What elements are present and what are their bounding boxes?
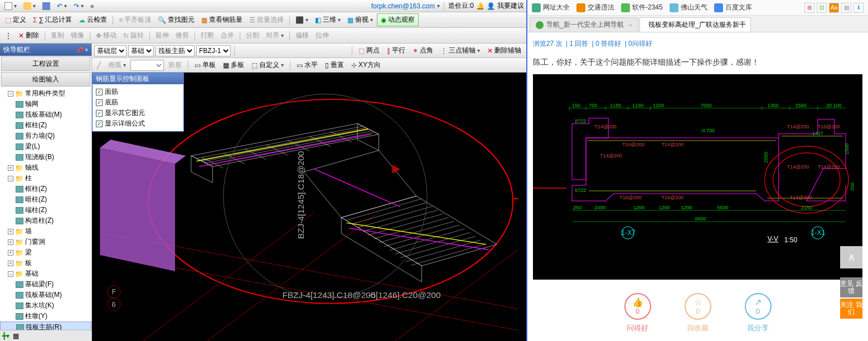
tree-item[interactable]: 筏板主筋(R) <box>0 321 91 330</box>
redo-button[interactable]: ↷▾ <box>71 2 86 11</box>
expand-icon[interactable]: − <box>8 176 13 181</box>
action-问得好[interactable]: 👍0问得好 <box>624 293 651 333</box>
line-button[interactable]: ╱ <box>94 60 104 70</box>
tree-item[interactable]: 筏板基础(M) <box>0 290 91 300</box>
checkbox-icon[interactable]: ✓ <box>96 121 103 127</box>
tree-item[interactable]: 框柱(Z) <box>0 120 91 131</box>
ext-icon[interactable]: ⬇ <box>854 3 864 13</box>
category-select[interactable]: 基础 <box>128 45 154 56</box>
scroll-top-button[interactable]: ∧ <box>840 246 862 268</box>
nav-section-draw[interactable]: 绘图输入 <box>1 72 90 87</box>
flat-top-button[interactable]: ≡平齐板顶 <box>116 14 154 26</box>
tree-item[interactable]: 集水坑(K) <box>0 300 91 311</box>
tree-item[interactable]: 筏板基础(M) <box>0 109 91 120</box>
save-button[interactable] <box>40 2 52 11</box>
xy-button[interactable]: ⊹ XY方向 <box>348 59 384 71</box>
tree-folder[interactable]: +📁板 <box>0 258 91 268</box>
merge-button[interactable]: 合并 <box>218 30 237 41</box>
tree-folder[interactable]: −📁基础 <box>0 268 91 279</box>
action-circle[interactable]: 👍0 <box>624 293 651 320</box>
pin-icon[interactable]: 📌 <box>76 47 83 53</box>
expand-icon[interactable]: + <box>8 250 13 256</box>
tree-item[interactable]: 框柱(Z) <box>0 184 91 194</box>
define-button[interactable]: ⬚定义 <box>2 14 29 26</box>
custom-button[interactable]: ⬚ 自定义▾ <box>249 59 287 71</box>
expand-icon[interactable]: − <box>8 271 13 277</box>
side-button[interactable]: 意见 反馈 <box>840 277 862 297</box>
expand-icon[interactable]: + <box>8 165 13 171</box>
ext-icon[interactable]: ⊡ <box>817 3 827 13</box>
tree-folder[interactable]: +📁墙 <box>0 226 91 237</box>
checkbox-row[interactable]: ✓显示详细公式 <box>96 118 180 129</box>
multi-board-button[interactable]: ▦ 多板 <box>220 59 247 71</box>
tree-item[interactable]: 暗柱(Z) <box>0 194 91 205</box>
mirror-button[interactable]: 镜像 <box>68 30 87 41</box>
component-tree[interactable]: −📁常用构件类型轴网筏板基础(M)框柱(Z)剪力墙(Q)梁(L)现浇板(B)+📁… <box>0 87 91 330</box>
close-icon[interactable]: × <box>85 47 88 53</box>
action-circle[interactable]: ☆0 <box>685 293 711 320</box>
find-elem-button[interactable]: 🔍查找图元 <box>155 14 197 26</box>
grid-icon[interactable]: ▦ <box>13 332 19 340</box>
ext-icon[interactable]: ⊞ <box>804 3 814 13</box>
suggest-link[interactable]: 我要建议 <box>497 1 524 11</box>
dynamic-view-button[interactable]: ◉动态观察 <box>377 13 419 26</box>
3d-viewport[interactable]: 钢筋显示控制面板 ✓面筋✓底筋✓显示其它图元✓显示详细公式 <box>92 73 526 341</box>
batch-select-button[interactable]: ☰批量选择 <box>246 14 287 26</box>
extend-button[interactable]: 延伸 <box>153 30 172 41</box>
3d-button[interactable]: ◧三维▾ <box>312 14 343 26</box>
bookmark-item[interactable]: 网址大全 <box>532 3 570 12</box>
three-aux-button[interactable]: ⋮三点辅轴▾ <box>438 45 483 56</box>
expand-icon[interactable]: − <box>8 91 13 97</box>
side-button[interactable]: 关注 我们 <box>840 299 862 319</box>
rotate-button[interactable]: ↻ 旋转 <box>120 30 147 41</box>
break-button[interactable]: 打断 <box>198 30 217 41</box>
tree-item[interactable]: 剪力墙(Q) <box>0 131 91 141</box>
nav-section-settings[interactable]: 工程设置 <box>1 56 90 71</box>
bookmark-item[interactable]: 软件-2345 <box>621 3 663 12</box>
split-button[interactable]: 分割 <box>243 30 262 41</box>
tree-item[interactable]: 基础梁(F) <box>0 279 91 290</box>
tree-item[interactable]: 现浇板(B) <box>0 152 91 162</box>
tree-folder[interactable]: +📁梁 <box>0 247 91 258</box>
tree-item[interactable]: 梁(L) <box>0 141 91 152</box>
rebar-display-panel[interactable]: 钢筋显示控制面板 ✓面筋✓底筋✓显示其它图元✓显示详细公式 <box>92 73 184 132</box>
checkbox-icon[interactable]: ✓ <box>96 89 103 95</box>
cloud-check-button[interactable]: ☁云检查 <box>76 14 110 26</box>
copy-button[interactable]: 复制 <box>48 30 67 41</box>
tree-folder[interactable]: +📁轴线 <box>0 162 91 173</box>
horiz-button[interactable]: ▭ 水平 <box>294 59 321 71</box>
ext-icon[interactable]: ▤ <box>841 3 851 13</box>
two-point-button[interactable]: ⬚两点 <box>356 45 382 56</box>
expand-icon[interactable]: + <box>8 239 13 245</box>
bell-icon[interactable]: 🔔 <box>476 2 484 10</box>
vert-button[interactable]: ▯ 垂直 <box>322 59 347 71</box>
bookmark-item[interactable]: 交通违法 <box>576 3 614 12</box>
undo-button[interactable]: ↶▾ <box>55 2 69 11</box>
handle-icon[interactable]: ⋮ <box>2 31 14 41</box>
point-angle-button[interactable]: ✶点角 <box>410 45 436 56</box>
single-board-button[interactable]: ▭ 单板 <box>192 59 219 71</box>
browser-tab[interactable]: 筏板变标高处理_广联达服务新干× <box>639 17 751 32</box>
checkbox-icon[interactable]: ✓ <box>96 110 103 117</box>
tree-item[interactable]: 构造柱(Z) <box>0 215 91 226</box>
expand-icon[interactable]: + <box>8 261 13 266</box>
stretch-button[interactable]: 拉伸 <box>313 30 332 41</box>
open-button[interactable]: ▾ <box>21 2 38 11</box>
layer-select[interactable]: 基础层 <box>94 45 127 56</box>
tree-item[interactable]: 端柱(Z) <box>0 205 91 215</box>
align-button[interactable]: 对齐▾ <box>263 30 287 41</box>
tree-folder[interactable]: −📁常用构件类型 <box>0 88 91 99</box>
browser-tab[interactable]: 导航_新一代安全上网导航× <box>530 17 638 32</box>
rect-button[interactable]: 矩形 <box>166 59 185 71</box>
view-rebar-button[interactable]: ▦查看钢筋量 <box>198 14 245 26</box>
del-aux-button[interactable]: ✕删除辅轴 <box>484 45 524 56</box>
tree-item[interactable]: 柱墩(Y) <box>0 311 91 321</box>
bookmark-item[interactable]: 百度文库 <box>714 3 752 12</box>
box-button[interactable]: ⬛▾ <box>293 15 311 25</box>
ext-icon[interactable]: Aa <box>829 3 839 13</box>
new-button[interactable]: ▾ <box>2 2 19 11</box>
checkbox-row[interactable]: ✓面筋 <box>96 87 180 97</box>
tree-folder[interactable]: −📁柱 <box>0 173 91 184</box>
sum-calc-button[interactable]: Σ∑ 汇总计算 <box>30 14 75 26</box>
add-icon[interactable]: ╋▾ <box>2 332 9 340</box>
